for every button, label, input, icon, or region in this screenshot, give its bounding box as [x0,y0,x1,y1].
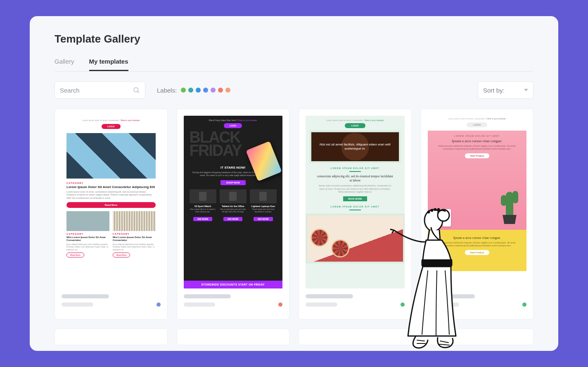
template-thumbnail: Black Friday Sales Start Now! | View in … [184,116,283,288]
template-thumbnail: Lorem ipsum dolor sit amet, consectetur … [62,116,161,288]
page-title: Template Gallery [55,33,533,45]
labels-filter: Labels: [157,87,230,94]
toolbar: Labels: Sort by: [55,81,533,99]
template-thumbnail: Lorem ipsum dolor sit amet, consectetur … [306,116,405,288]
label-dot[interactable] [225,88,230,93]
sort-dropdown[interactable]: Sort by: [478,81,533,99]
templates-grid-row2 [55,329,533,345]
template-card[interactable]: Lorem ipsum dolor sit amet, consectetur … [55,109,168,319]
label-dots [181,88,230,93]
label-dot[interactable] [211,88,216,93]
template-card[interactable] [299,329,412,345]
card-meta-skeleton [306,294,405,311]
label-dot[interactable] [203,88,208,93]
template-card[interactable]: Lorem ipsum dolor sit amet, consectetur … [421,109,534,319]
chevron-down-icon [524,89,528,91]
template-card[interactable] [177,329,290,345]
tab-my-templates[interactable]: My templates [89,53,128,71]
tabs-bar: Gallery My templates [55,53,533,71]
svg-line-1 [138,91,139,93]
template-card[interactable]: Black Friday Sales Start Now! | View in … [177,109,290,319]
svg-point-0 [134,88,138,92]
template-card[interactable] [421,329,534,345]
card-meta-skeleton [184,294,283,311]
search-box[interactable] [55,81,145,99]
search-icon [133,86,140,94]
sort-label: Sort by: [483,87,505,94]
template-card[interactable]: Lorem ipsum dolor sit amet, consectetur … [299,109,412,319]
label-dot[interactable] [196,88,201,93]
app-window: Template Gallery Gallery My templates La… [30,16,558,351]
template-card[interactable] [55,329,168,345]
template-thumbnail: Lorem ipsum dolor sit amet, consectetur … [428,116,527,288]
templates-grid: Lorem ipsum dolor sit amet, consectetur … [55,109,533,319]
card-meta-skeleton [62,294,161,311]
labels-text: Labels: [157,87,177,94]
tab-gallery[interactable]: Gallery [55,53,74,71]
label-dot[interactable] [218,88,223,93]
search-input[interactable] [60,87,122,94]
card-meta-skeleton [428,294,527,311]
label-dot[interactable] [188,88,193,93]
label-dot[interactable] [181,88,186,93]
